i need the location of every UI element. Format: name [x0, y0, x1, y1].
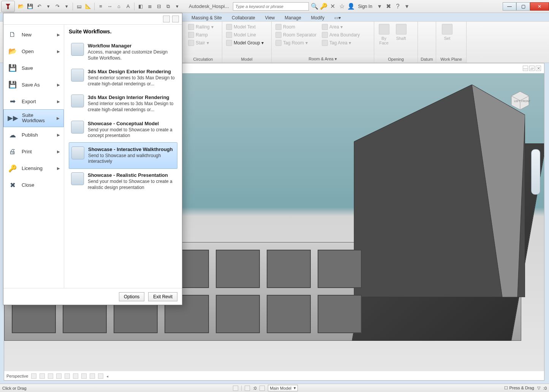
press-drag-toggle[interactable]: ☐ Press & Drag	[504, 386, 534, 390]
appmenu-export[interactable]: ➡Export▶	[3, 93, 64, 110]
lock-icon[interactable]	[81, 373, 87, 379]
railing-button[interactable]: Railing ▾	[186, 23, 216, 31]
crop-icon[interactable]	[65, 373, 70, 379]
tag-room-button[interactable]: Tag Room ▾	[273, 39, 319, 47]
design-options-icon[interactable]	[245, 386, 250, 391]
dropdown-icon[interactable]: ▾	[403, 3, 410, 10]
appmenu-licensing[interactable]: 🔑Licensing▶	[3, 160, 64, 177]
reveal-icon[interactable]	[98, 373, 103, 379]
dormer-icon[interactable]	[410, 36, 416, 42]
switch-windows-icon[interactable]: ⧉	[164, 2, 172, 11]
undo-icon[interactable]: ↶	[35, 2, 43, 11]
tag-area-button[interactable]: Tag Area ▾	[320, 39, 362, 47]
customize-icon[interactable]: ▾	[173, 2, 181, 11]
room-separator-button[interactable]: Room Separator	[273, 31, 319, 39]
editable-only-icon[interactable]	[259, 386, 265, 391]
stair-button[interactable]: Stair ▾	[186, 39, 216, 47]
dropdown-icon[interactable]: ▾	[376, 3, 383, 10]
close-view-icon[interactable]: ✕	[536, 66, 541, 71]
print-icon[interactable]: 🖴	[75, 2, 83, 11]
open-docs-icon[interactable]	[172, 16, 179, 22]
workflow-manager-item[interactable]: Workflow ManagerAccess, manage and custo…	[69, 39, 177, 65]
close-hidden-icon[interactable]: ⊟	[155, 2, 163, 11]
redo-icon[interactable]: ↷	[53, 2, 62, 11]
minimize-button[interactable]: —	[503, 2, 516, 11]
3dsmax-interior-item[interactable]: 3ds Max Design Interior RenderingSend in…	[69, 91, 177, 116]
visual-style-icon[interactable]	[31, 373, 36, 379]
worksets-icon[interactable]	[233, 386, 238, 391]
align-icon[interactable]: ≡	[97, 2, 105, 11]
3dsmax-exterior-item[interactable]: 3ds Max Design Exterior RenderingSend ex…	[69, 65, 177, 91]
dimension-icon[interactable]: ↔	[106, 2, 114, 11]
exchange-icon[interactable]: ✕	[329, 3, 336, 10]
showcase-walkthrough-item[interactable]: Showcase - Interactive WalkthroughSend t…	[69, 142, 177, 169]
model-text-button[interactable]: Model Text	[224, 23, 266, 31]
sign-in-button[interactable]: Sign In	[357, 4, 374, 9]
close-button[interactable]: ✕	[530, 2, 549, 11]
help-icon[interactable]: ?	[394, 3, 401, 10]
showcase-realistic-item[interactable]: Showcase - Realistic PresentationSend yo…	[69, 168, 177, 194]
appmenu-print[interactable]: 🖨Print▶	[3, 143, 64, 160]
model-group-button[interactable]: Model Group ▾	[224, 39, 266, 47]
ribbon-overflow-icon[interactable]: ▭▾	[333, 14, 342, 21]
tab-manage[interactable]: Manage	[283, 14, 302, 21]
panel-label[interactable]: Room & Area ▾	[272, 55, 374, 63]
appmenu-suite-workflows[interactable]: ▶▶Suite Workflows▶	[3, 109, 64, 127]
set-button[interactable]: Set	[438, 23, 457, 41]
tab-view[interactable]: View	[263, 14, 276, 21]
appmenu-open[interactable]: 📂Open▶	[3, 43, 64, 60]
exchange-apps-icon[interactable]: ✖	[385, 3, 392, 10]
main-model-combo[interactable]: Main Model▾	[268, 385, 298, 391]
ramp-button[interactable]: Ramp	[186, 31, 216, 39]
area-button[interactable]: Area ▾	[320, 23, 362, 31]
restore-view-icon[interactable]: ▱	[529, 66, 535, 71]
default-view-icon[interactable]: ◧	[136, 2, 145, 11]
filter-icon[interactable]: ▽	[537, 386, 540, 390]
tag-icon[interactable]: ⌂	[115, 2, 123, 11]
dropdown-icon[interactable]: ▾	[44, 2, 52, 11]
viewcube[interactable]: LEFT FRONT	[508, 88, 533, 110]
wall-icon[interactable]	[410, 23, 416, 29]
dropdown-icon[interactable]: ▾	[62, 2, 71, 11]
panel-label: Work Plane	[436, 56, 466, 63]
open-icon[interactable]: 📂	[17, 2, 25, 11]
maximize-button[interactable]: ▢	[516, 2, 530, 11]
recent-docs-icon[interactable]	[163, 16, 170, 22]
thin-lines-icon[interactable]: ≣	[146, 2, 154, 11]
temporary-hide-icon[interactable]	[90, 373, 95, 379]
person-icon[interactable]: 👤	[348, 3, 354, 10]
appmenu-publish[interactable]: ☁Publish▶	[3, 127, 64, 143]
appmenu-save[interactable]: 💾Save	[3, 60, 64, 76]
expand-icon[interactable]: ◂	[106, 374, 108, 378]
options-button[interactable]: Options	[119, 292, 144, 301]
text-icon[interactable]: A	[124, 2, 132, 11]
tab-collaborate[interactable]: Collaborate	[230, 14, 256, 21]
appmenu-save-as[interactable]: 💾Save As▶	[3, 76, 64, 93]
shadows-icon[interactable]	[48, 373, 53, 379]
rendering-icon[interactable]	[56, 373, 62, 379]
navigation-bar[interactable]	[531, 149, 540, 195]
measure-icon[interactable]: 📐	[84, 2, 92, 11]
tab-modify[interactable]: Modify	[310, 14, 326, 21]
room-button[interactable]: Room	[273, 23, 319, 31]
model-line-button[interactable]: Model Line	[224, 31, 266, 39]
save-icon[interactable]: 💾	[26, 2, 34, 11]
chevron-right-icon: ▶	[57, 49, 60, 54]
exit-revit-button[interactable]: Exit Revit	[148, 292, 177, 301]
vertical-icon[interactable]	[410, 30, 416, 36]
search-icon[interactable]: 🔍	[311, 3, 318, 10]
app-menu-button[interactable]	[1, 1, 15, 12]
star-icon[interactable]: ☆	[339, 3, 345, 10]
sun-path-icon[interactable]	[40, 373, 45, 379]
by-face-button[interactable]: By Face	[376, 23, 392, 46]
appmenu-close[interactable]: ✖Close	[3, 177, 64, 194]
crop-region-icon[interactable]	[73, 373, 78, 379]
infocenter-search-input[interactable]	[233, 2, 309, 11]
appmenu-new[interactable]: 🗋New▶	[3, 26, 64, 43]
tab-massing-site[interactable]: Massing & Site	[190, 14, 223, 21]
area-boundary-button[interactable]: Area Boundary	[320, 31, 362, 39]
minimize-view-icon[interactable]: —	[523, 66, 528, 71]
showcase-conceptual-item[interactable]: Showcase - Conceptual ModelSend your mod…	[69, 117, 177, 143]
shaft-button[interactable]: Shaft	[393, 23, 409, 41]
key-icon[interactable]: 🔑	[320, 3, 327, 10]
